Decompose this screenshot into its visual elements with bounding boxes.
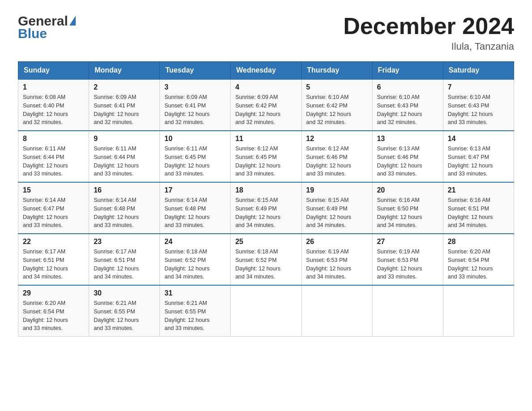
day-info: Sunrise: 6:20 AMSunset: 6:54 PMDaylight:… [23,299,84,333]
day-info: Sunrise: 6:10 AMSunset: 6:43 PMDaylight:… [448,93,509,127]
col-sunday: Sunday [18,62,89,80]
table-row: 11Sunrise: 6:12 AMSunset: 6:45 PMDayligh… [231,131,301,182]
day-info: Sunrise: 6:11 AMSunset: 6:44 PMDaylight:… [23,145,84,178]
table-row: 2Sunrise: 6:09 AMSunset: 6:41 PMDaylight… [89,79,160,131]
calendar-row: 8Sunrise: 6:11 AMSunset: 6:44 PMDaylight… [18,131,514,182]
day-number: 10 [164,135,226,143]
day-number: 7 [448,83,509,91]
col-wednesday: Wednesday [231,62,301,80]
col-friday: Friday [372,62,443,80]
table-row: 26Sunrise: 6:19 AMSunset: 6:53 PMDayligh… [301,234,372,285]
day-info: Sunrise: 6:21 AMSunset: 6:55 PMDaylight:… [94,299,155,333]
table-row: 14Sunrise: 6:13 AMSunset: 6:47 PMDayligh… [443,131,514,182]
day-number: 20 [377,186,438,194]
day-number: 9 [94,135,155,143]
day-number: 14 [448,135,509,143]
day-info: Sunrise: 6:20 AMSunset: 6:54 PMDaylight:… [448,248,509,281]
col-saturday: Saturday [443,62,514,80]
day-info: Sunrise: 6:17 AMSunset: 6:51 PMDaylight:… [94,248,155,281]
calendar-table: Sunday Monday Tuesday Wednesday Thursday… [18,61,514,337]
day-info: Sunrise: 6:13 AMSunset: 6:46 PMDaylight:… [377,145,438,178]
table-row: 19Sunrise: 6:15 AMSunset: 6:49 PMDayligh… [301,182,372,234]
day-number: 31 [164,289,226,297]
table-row [231,285,301,337]
day-number: 11 [235,135,296,143]
table-row: 21Sunrise: 6:16 AMSunset: 6:51 PMDayligh… [443,182,514,234]
table-row: 3Sunrise: 6:09 AMSunset: 6:41 PMDaylight… [160,79,231,131]
day-number: 19 [306,186,368,194]
day-info: Sunrise: 6:15 AMSunset: 6:49 PMDaylight:… [235,196,296,230]
logo: General Blue [18,13,76,41]
day-number: 6 [377,83,438,91]
day-info: Sunrise: 6:09 AMSunset: 6:41 PMDaylight:… [164,93,226,127]
col-monday: Monday [89,62,160,80]
day-info: Sunrise: 6:11 AMSunset: 6:45 PMDaylight:… [164,145,226,178]
day-info: Sunrise: 6:12 AMSunset: 6:45 PMDaylight:… [235,145,296,178]
table-row: 23Sunrise: 6:17 AMSunset: 6:51 PMDayligh… [89,234,160,285]
day-number: 12 [306,135,368,143]
day-info: Sunrise: 6:16 AMSunset: 6:51 PMDaylight:… [448,196,509,230]
table-row: 5Sunrise: 6:10 AMSunset: 6:42 PMDaylight… [301,79,372,131]
day-number: 3 [164,83,226,91]
day-number: 30 [94,289,155,297]
table-row: 17Sunrise: 6:14 AMSunset: 6:48 PMDayligh… [160,182,231,234]
table-row [443,285,514,337]
day-number: 16 [94,186,155,194]
calendar-row: 1Sunrise: 6:08 AMSunset: 6:40 PMDaylight… [18,79,514,131]
day-number: 26 [306,238,368,246]
day-info: Sunrise: 6:21 AMSunset: 6:55 PMDaylight:… [164,299,226,333]
table-row: 25Sunrise: 6:18 AMSunset: 6:52 PMDayligh… [231,234,301,285]
location: Ilula, Tanzania [343,41,514,52]
table-row: 24Sunrise: 6:18 AMSunset: 6:52 PMDayligh… [160,234,231,285]
day-info: Sunrise: 6:18 AMSunset: 6:52 PMDaylight:… [164,248,226,281]
table-row: 12Sunrise: 6:12 AMSunset: 6:46 PMDayligh… [301,131,372,182]
day-number: 4 [235,83,296,91]
day-number: 13 [377,135,438,143]
title-section: December 2024 Ilula, Tanzania [343,13,514,52]
day-info: Sunrise: 6:14 AMSunset: 6:47 PMDaylight:… [23,196,84,230]
day-number: 22 [23,238,84,246]
day-info: Sunrise: 6:19 AMSunset: 6:53 PMDaylight:… [306,248,368,281]
day-info: Sunrise: 6:12 AMSunset: 6:46 PMDaylight:… [306,145,368,178]
day-info: Sunrise: 6:13 AMSunset: 6:47 PMDaylight:… [448,145,509,178]
month-title: December 2024 [343,13,514,39]
table-row: 20Sunrise: 6:16 AMSunset: 6:50 PMDayligh… [372,182,443,234]
day-number: 21 [448,186,509,194]
day-info: Sunrise: 6:10 AMSunset: 6:43 PMDaylight:… [377,93,438,127]
day-info: Sunrise: 6:17 AMSunset: 6:51 PMDaylight:… [23,248,84,281]
table-row: 9Sunrise: 6:11 AMSunset: 6:44 PMDaylight… [89,131,160,182]
day-number: 25 [235,238,296,246]
day-info: Sunrise: 6:09 AMSunset: 6:42 PMDaylight:… [235,93,296,127]
day-info: Sunrise: 6:14 AMSunset: 6:48 PMDaylight:… [94,196,155,230]
day-info: Sunrise: 6:16 AMSunset: 6:50 PMDaylight:… [377,196,438,230]
day-number: 23 [94,238,155,246]
table-row [301,285,372,337]
table-row: 29Sunrise: 6:20 AMSunset: 6:54 PMDayligh… [18,285,89,337]
table-row: 13Sunrise: 6:13 AMSunset: 6:46 PMDayligh… [372,131,443,182]
calendar-row: 15Sunrise: 6:14 AMSunset: 6:47 PMDayligh… [18,182,514,234]
day-number: 28 [448,238,509,246]
day-number: 15 [23,186,84,194]
day-number: 29 [23,289,84,297]
day-number: 5 [306,83,368,91]
logo-blue-text: Blue [18,26,47,41]
table-row [372,285,443,337]
day-number: 8 [23,135,84,143]
table-row: 4Sunrise: 6:09 AMSunset: 6:42 PMDaylight… [231,79,301,131]
day-info: Sunrise: 6:19 AMSunset: 6:53 PMDaylight:… [377,248,438,281]
calendar-row: 22Sunrise: 6:17 AMSunset: 6:51 PMDayligh… [18,234,514,285]
table-row: 10Sunrise: 6:11 AMSunset: 6:45 PMDayligh… [160,131,231,182]
col-thursday: Thursday [301,62,372,80]
day-info: Sunrise: 6:18 AMSunset: 6:52 PMDaylight:… [235,248,296,281]
table-row: 1Sunrise: 6:08 AMSunset: 6:40 PMDaylight… [18,79,89,131]
day-info: Sunrise: 6:14 AMSunset: 6:48 PMDaylight:… [164,196,226,230]
table-row: 6Sunrise: 6:10 AMSunset: 6:43 PMDaylight… [372,79,443,131]
table-row: 8Sunrise: 6:11 AMSunset: 6:44 PMDaylight… [18,131,89,182]
table-row: 18Sunrise: 6:15 AMSunset: 6:49 PMDayligh… [231,182,301,234]
table-row: 16Sunrise: 6:14 AMSunset: 6:48 PMDayligh… [89,182,160,234]
table-row: 27Sunrise: 6:19 AMSunset: 6:53 PMDayligh… [372,234,443,285]
table-row: 7Sunrise: 6:10 AMSunset: 6:43 PMDaylight… [443,79,514,131]
day-info: Sunrise: 6:09 AMSunset: 6:41 PMDaylight:… [94,93,155,127]
table-row: 28Sunrise: 6:20 AMSunset: 6:54 PMDayligh… [443,234,514,285]
day-info: Sunrise: 6:15 AMSunset: 6:49 PMDaylight:… [306,196,368,230]
